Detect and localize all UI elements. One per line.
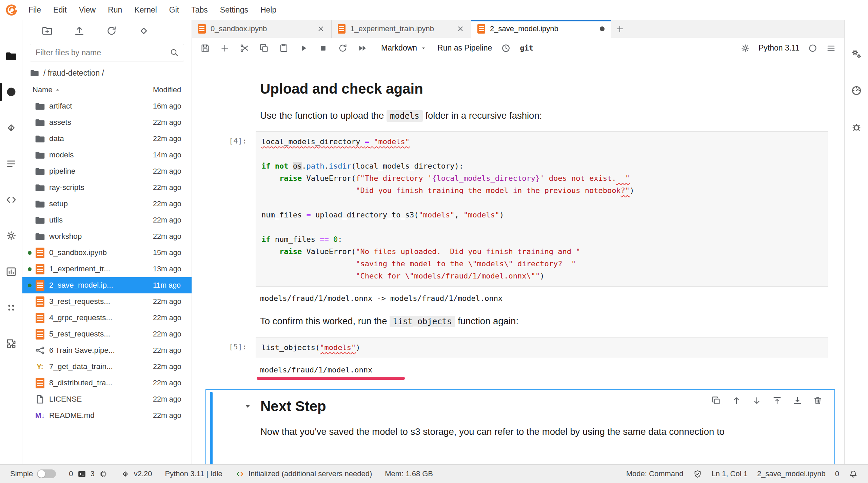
duplicate-cell-button[interactable] — [711, 395, 721, 406]
menu-edit[interactable]: Edit — [47, 5, 73, 15]
copy-cells-button[interactable] — [259, 43, 269, 53]
file-item-data[interactable]: data22m ago — [22, 131, 192, 147]
menu-tabs[interactable]: Tabs — [185, 5, 214, 15]
code-editor[interactable]: list_objects("models") — [256, 337, 828, 358]
debugger-tab[interactable] — [850, 121, 863, 133]
code-cell-4[interactable]: [4]: local_models_directory = "models" i… — [192, 131, 844, 287]
move-cell-up-button[interactable] — [731, 395, 742, 406]
menu-kernel[interactable]: Kernel — [128, 5, 163, 15]
command-mode-indicator[interactable]: Mode: Command — [626, 469, 684, 478]
file-item-README.md[interactable]: M↓README.md22m ago — [22, 407, 192, 424]
notification-count[interactable]: 0 — [835, 469, 839, 478]
delete-cell-button[interactable] — [813, 395, 823, 406]
selected-markdown-cell[interactable]: Next Step Now that you've saved the mode… — [205, 389, 835, 465]
file-item-ray-scripts[interactable]: ray-scripts22m ago — [22, 179, 192, 196]
close-tab-icon[interactable] — [456, 24, 465, 33]
restart-run-all-button[interactable] — [357, 43, 368, 53]
sort-by-name-header[interactable]: Name — [33, 85, 153, 94]
property-inspector-tab[interactable] — [850, 48, 863, 60]
cut-cells-button[interactable] — [239, 43, 250, 53]
tab-0_sandbox.ipynb[interactable]: 0_sandbox.ipynb — [192, 20, 332, 38]
git-clone-button[interactable] — [138, 25, 150, 37]
menu-git[interactable]: Git — [163, 5, 185, 15]
file-item-utils[interactable]: utils22m ago — [22, 212, 192, 228]
table-of-contents-tab[interactable] — [5, 158, 17, 170]
simple-mode-toggle[interactable]: Simple — [10, 469, 56, 478]
file-item-pipeline[interactable]: pipeline22m ago — [22, 163, 192, 179]
file-browser-tab[interactable] — [5, 50, 17, 62]
menu-view[interactable]: View — [73, 5, 102, 15]
file-filter-input[interactable] — [30, 44, 184, 61]
file-item-7_get_data_train...[interactable]: Y:7_get_data_train...22m ago — [22, 359, 192, 375]
menu-help[interactable]: Help — [254, 5, 282, 15]
file-item-2_save_model.ip...[interactable]: 2_save_model.ip...11m ago — [22, 277, 192, 293]
close-tab-icon[interactable] — [316, 24, 325, 33]
kernel-status[interactable]: Python 3.11 | Idle — [165, 469, 222, 478]
running-sessions-tab[interactable] — [5, 86, 17, 98]
menu-settings[interactable]: Settings — [214, 5, 254, 15]
kernel-usage-tab[interactable] — [850, 84, 863, 97]
cell-collapser[interactable] — [210, 392, 213, 465]
file-item-models[interactable]: models14m ago — [22, 147, 192, 163]
extension-manager-tab[interactable] — [5, 337, 17, 350]
file-name: setup — [49, 199, 153, 208]
insert-cell-below-button[interactable] — [792, 395, 803, 406]
restart-kernel-button[interactable] — [338, 43, 348, 53]
notifications-bell-icon[interactable] — [849, 469, 858, 479]
file-item-4_grpc_requests...[interactable]: 4_grpc_requests...22m ago — [22, 310, 192, 326]
toolbar-menu-button[interactable] — [826, 43, 836, 53]
file-item-5_rest_requests...[interactable]: 5_rest_requests...22m ago — [22, 326, 192, 342]
git-toolbar-button[interactable]: git — [520, 44, 533, 52]
file-item-LICENSE[interactable]: LICENSE22m ago — [22, 391, 192, 407]
notebook-icon — [35, 312, 45, 323]
file-item-workshop[interactable]: workshop22m ago — [22, 228, 192, 245]
code-snippets-tab[interactable] — [5, 194, 17, 206]
insert-cell-above-button[interactable] — [772, 395, 782, 406]
runtimes-tab[interactable] — [5, 230, 17, 242]
file-item-6 Train Save.pipe...[interactable]: 6 Train Save.pipe...22m ago — [22, 342, 192, 359]
file-item-setup[interactable]: setup22m ago — [22, 196, 192, 212]
component-catalog-tab[interactable] — [5, 302, 17, 314]
terminals-kernels-status[interactable]: 0 3 — [69, 469, 108, 479]
file-item-assets[interactable]: assets22m ago — [22, 114, 192, 131]
run-as-pipeline-button[interactable]: Run as Pipeline — [437, 43, 492, 53]
new-folder-button[interactable] — [41, 25, 53, 37]
toggle-switch[interactable] — [37, 469, 56, 478]
tab-1_experiment_train.ipynb[interactable]: 1_experiment_train.ipynb — [332, 20, 471, 38]
cursor-position[interactable]: Ln 1, Col 1 — [712, 469, 748, 478]
refresh-file-list-button[interactable] — [106, 25, 117, 37]
run-cell-button[interactable] — [298, 43, 309, 53]
cell-type-dropdown[interactable]: Markdown — [381, 43, 427, 53]
insert-cell-button[interactable] — [220, 43, 230, 53]
schedule-notebook-button[interactable] — [501, 43, 511, 53]
code-editor[interactable]: local_models_directory = "models" if not… — [256, 131, 828, 287]
file-item-artifact[interactable]: artifact16m ago — [22, 98, 192, 114]
file-item-8_distributed_tra...[interactable]: 8_distributed_tra...22m ago — [22, 375, 192, 391]
file-item-3_rest_requests...[interactable]: 3_rest_requests...22m ago — [22, 293, 192, 310]
interrupt-kernel-button[interactable] — [318, 43, 328, 53]
git-version[interactable]: v2.20 — [121, 469, 152, 479]
code-cell-5[interactable]: [5]: list_objects("models") — [192, 337, 844, 358]
pipeline-editor-tab[interactable] — [5, 266, 17, 278]
home-folder-icon[interactable] — [30, 68, 39, 78]
tab-2_save_model.ipynb[interactable]: 2_save_model.ipynb — [471, 20, 611, 38]
new-tab-button[interactable] — [611, 20, 629, 38]
breadcrumb[interactable]: / fraud-detection / — [22, 65, 192, 82]
paste-cells-button[interactable] — [279, 43, 289, 53]
file-item-1_experiment_tr...[interactable]: 1_experiment_tr...13m ago — [22, 261, 192, 277]
menu-file[interactable]: File — [22, 5, 47, 15]
language-server-status[interactable]: Initialized (additional servers needed) — [235, 469, 372, 479]
save-button[interactable] — [200, 43, 210, 53]
upload-files-button[interactable] — [74, 25, 85, 37]
move-cell-down-button[interactable] — [752, 395, 762, 406]
heading-collapser-icon[interactable] — [242, 401, 253, 411]
file-item-0_sandbox.ipynb[interactable]: 0_sandbox.ipynb15m ago — [22, 245, 192, 261]
sort-by-modified-header[interactable]: Modified — [153, 85, 192, 94]
file-modified-time: 22m ago — [153, 200, 192, 208]
runtime-settings-icon[interactable] — [740, 43, 750, 53]
kernel-name[interactable]: Python 3.11 — [758, 43, 800, 53]
markdown-paragraph: Use the function to upload the models fo… — [260, 109, 824, 122]
menu-run[interactable]: Run — [102, 5, 128, 15]
app-logo[interactable] — [0, 3, 22, 17]
git-tab[interactable] — [5, 122, 17, 134]
